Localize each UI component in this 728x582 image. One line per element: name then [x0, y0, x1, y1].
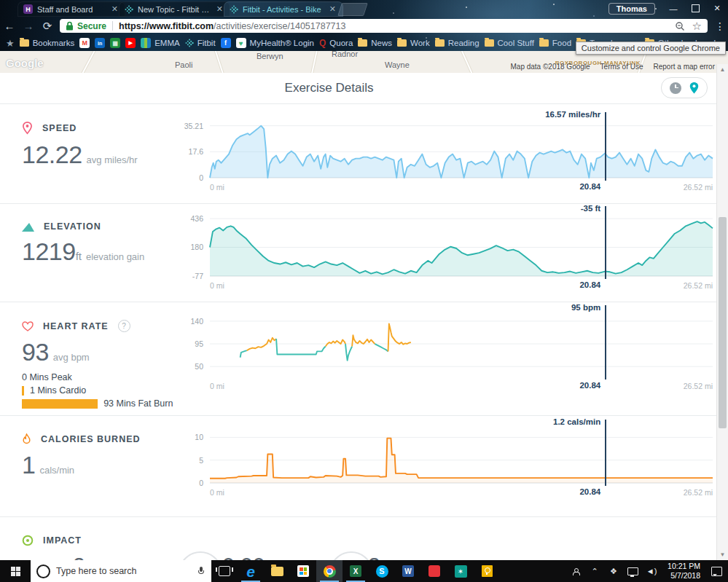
map-road [310, 51, 318, 73]
impact-section: IMPACT 2 0.00 2 [0, 517, 728, 560]
bookmark-youtube[interactable]: ▶ [125, 38, 136, 48]
time-view-icon[interactable] [670, 82, 681, 94]
microphone-icon[interactable] [198, 567, 204, 575]
bookmark-folder-food[interactable]: Food [539, 39, 571, 47]
calories-unit: cals/min [39, 465, 74, 476]
map-terms-link[interactable]: Terms of Use [600, 63, 643, 71]
tab-staff-and-board[interactable]: H Staff and Board ✕ [17, 1, 125, 17]
chart-map-view-toggle[interactable] [661, 77, 708, 98]
taskbar-chrome[interactable] [316, 560, 343, 582]
impact-stat-value: 2 [368, 553, 380, 560]
people-icon[interactable] [567, 560, 584, 582]
bookmark-folder-work[interactable]: Work [397, 39, 430, 47]
restore-button[interactable] [684, 1, 706, 16]
speed-chart[interactable]: 35.2117.60 [210, 123, 713, 178]
heart-rate-label: HEART RATE [43, 321, 109, 331]
volume-icon[interactable]: ◄) [643, 560, 660, 582]
forward-button[interactable]: → [19, 20, 38, 32]
task-view-icon [219, 566, 230, 576]
bookmark-emma[interactable]: EMMA [141, 38, 180, 48]
x-axis-min-label: 0 mi [210, 488, 224, 497]
taskbar-file-explorer[interactable] [264, 560, 290, 582]
bookmarks-star-icon[interactable]: ★ [6, 38, 15, 49]
taskbar-skype[interactable]: S [369, 560, 395, 582]
fitbit-logo-favicon [125, 5, 133, 14]
cursor-value-label: -35 ft [581, 204, 600, 213]
quora-icon: Q [319, 38, 326, 48]
impact-gauge [329, 551, 373, 560]
tab-fitbit-activities[interactable]: Fitbit - Activities - Bike ✕ [224, 1, 343, 17]
omnibox[interactable]: Secure https://www.fitbit.com /activitie… [60, 19, 708, 33]
tab-close-icon[interactable]: ✕ [328, 4, 337, 14]
bookmark-folder-reading[interactable]: Reading [435, 39, 480, 47]
heart-rate-unit: avg bpm [53, 352, 90, 363]
bookmark-star-icon[interactable]: ☆ [692, 20, 702, 33]
tab-fitbit-community[interactable]: New Topic - Fitbit Comm ✕ [119, 1, 230, 17]
bookmark-fitbit[interactable]: Fitbit [185, 39, 216, 47]
location-view-icon[interactable] [689, 82, 699, 94]
taskbar-excel[interactable]: X [343, 560, 369, 582]
hidden-icons-chevron[interactable]: ⌃ [586, 560, 603, 582]
bookmark-folder-cool-stuff[interactable]: Cool Stuff [485, 39, 534, 47]
bookmark-folder-bookmarks[interactable]: Bookmarks [20, 39, 75, 47]
reload-button[interactable]: ⟳ [38, 20, 57, 33]
display-icon[interactable] [624, 560, 641, 582]
action-center-icon[interactable] [708, 560, 725, 582]
y-tick-label: 0 [199, 479, 203, 487]
map-report-link[interactable]: Report a map error [654, 63, 715, 71]
scrollbar-thumb[interactable] [719, 217, 727, 428]
zoom-icon[interactable] [675, 21, 685, 31]
dropbox-icon[interactable]: ❖ [605, 560, 622, 582]
heart-rate-chart[interactable]: 1409550 [210, 316, 713, 377]
omnibox-divider [112, 21, 113, 31]
new-tab-button[interactable] [337, 3, 368, 16]
taskbar-edge[interactable]: e [238, 560, 264, 582]
facebook-icon: f [221, 38, 231, 48]
speed-pin-icon [22, 122, 33, 135]
start-button[interactable] [0, 560, 31, 582]
back-button[interactable]: ← [0, 20, 19, 32]
impact-stat-value: 2 [73, 553, 85, 560]
profile-button[interactable]: Thomas [608, 3, 655, 15]
scroll-down-icon[interactable]: ▼ [717, 549, 728, 560]
y-tick-label: 17.6 [189, 147, 203, 156]
bookmark-facebook[interactable]: f [221, 38, 231, 48]
map-town-label: Radnor [332, 51, 358, 58]
windows-taskbar: Type here to search e X S W ✶ ⌃ ❖ ◄) 10:… [0, 560, 728, 582]
page-scrollbar[interactable]: ▲ ▼ [716, 64, 728, 560]
elevation-chart[interactable]: 436180-77 [210, 217, 713, 276]
bookmark-folder-news[interactable]: News [358, 39, 392, 47]
elevation-mountain-icon [22, 222, 34, 232]
taskbar-search[interactable]: Type here to search [31, 560, 211, 582]
bookmark-quora[interactable]: QQuora [319, 38, 353, 48]
task-view-button[interactable] [211, 560, 238, 582]
scroll-up-icon[interactable]: ▲ [717, 64, 728, 75]
x-axis-min-label: 0 mi [210, 183, 224, 192]
folder-icon [485, 39, 494, 47]
calories-chart[interactable]: 1050 [210, 430, 713, 483]
bookmark-linkedin[interactable]: in [95, 38, 105, 48]
minimize-button[interactable]: — [662, 1, 684, 16]
taskbar-teal-app[interactable]: ✶ [447, 560, 474, 582]
taskbar-word[interactable]: W [395, 560, 421, 582]
help-icon[interactable]: ? [118, 320, 130, 332]
bookmark-gmail[interactable]: M [79, 38, 90, 48]
x-axis-max-label: 26.52 mi [684, 488, 713, 497]
chrome-menu-icon[interactable]: ⋮ [712, 20, 728, 32]
taskbar-store[interactable] [290, 560, 316, 582]
system-tray: ⌃ ❖ ◄) 10:21 PM 5/7/2018 [567, 560, 728, 582]
zone-cardio: 1 Mins Cardio [22, 384, 204, 397]
map-road [81, 51, 95, 73]
lock-icon [66, 21, 74, 31]
taskbar-sticky-notes[interactable] [474, 560, 500, 582]
zone-peak: 0 Mins Peak [22, 371, 204, 384]
fitbit-icon [185, 39, 194, 47]
taskbar-clock[interactable]: 10:21 PM 5/7/2018 [662, 562, 706, 581]
file-explorer-icon [271, 567, 283, 576]
bookmark-myhealth[interactable]: ♥MyHealth® Login [236, 38, 314, 48]
taskbar-red-app[interactable] [421, 560, 447, 582]
heart-rate-zones: 0 Mins Peak 1 Mins Cardio 93 Mins Fat Bu… [22, 371, 204, 410]
bookmark-sheets[interactable]: ▦ [110, 38, 120, 48]
close-button[interactable]: ✕ [706, 1, 728, 16]
speed-label: SPEED [42, 123, 77, 133]
